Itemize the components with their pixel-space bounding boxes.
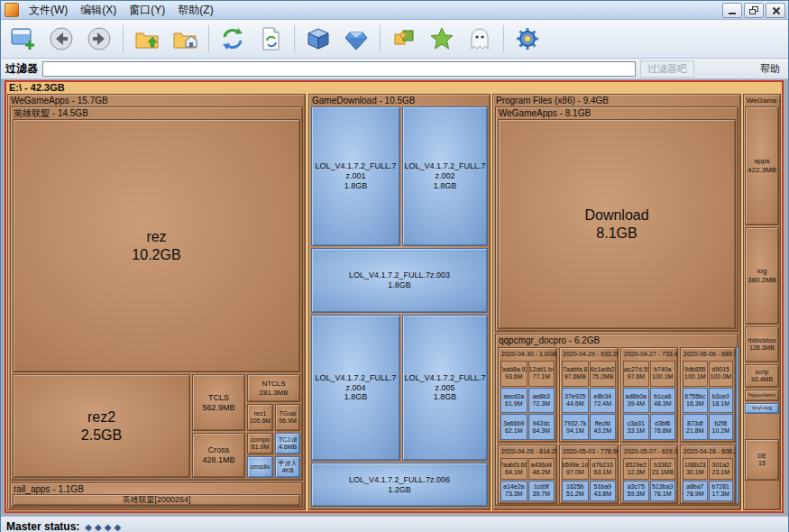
menu-help[interactable]: 帮助(Z) — [171, 2, 219, 19]
treemap-cell[interactable]: a14e2a73.3M — [500, 481, 528, 502]
treemap-cell[interactable]: aac27d.5597.6M — [623, 361, 649, 387]
block-scrip[interactable]: scrip93.4MB — [745, 364, 779, 388]
treemap-cell[interactable]: b728117.3M — [709, 481, 734, 502]
treemap-cell[interactable]: ffecfd43.2M — [590, 414, 617, 440]
block-compo[interactable]: compo61.9M — [247, 433, 273, 454]
treemap-cell[interactable]: aecd2a61.9M — [500, 388, 528, 414]
filter-help-link[interactable]: 帮助 — [760, 62, 780, 76]
star-button[interactable] — [424, 22, 460, 56]
treemap-cell[interactable]: ad8b0a39.4M — [623, 388, 649, 414]
treemap-cell[interactable]: 9db855100.1M — [683, 361, 708, 387]
block-2020-04-29[interactable]: 2020-04-29 - 933.2MB7aabfa.897.6MB6c1adb… — [559, 347, 619, 443]
block-lol-7z-005[interactable]: LOL_V4.1.7.2_FULL.7z.0051.8GB — [402, 315, 488, 461]
treemap-cell[interactable]: d3bf676.8M — [650, 414, 676, 440]
app-window: 文件(W) 编辑(X) 窗口(Y) 帮助(Z) — [0, 0, 789, 532]
block-2020-04-30[interactable]: 2020-04-30 - 1.0GB7aab8a.9293.6Mf12dd1.b… — [498, 347, 557, 443]
treemap-cell[interactable]: d7b21063.1M — [590, 458, 617, 480]
menu-edit[interactable]: 编辑(X) — [74, 2, 123, 19]
treemap-cell[interactable]: 6755bc16.3M — [683, 388, 708, 414]
block-tcls[interactable]: TCLS562.9MB — [192, 374, 245, 431]
block-2020-05-03[interactable]: 2020-05-03 - 778.9MBb599e.1d97.0Md7b2106… — [559, 445, 619, 504]
forward-button[interactable] — [81, 22, 117, 56]
block-de[interactable]: DE15 — [745, 439, 779, 481]
rescan-document-button[interactable] — [252, 22, 289, 56]
treemap-cell[interactable]: e8b3472.4M — [590, 388, 617, 414]
menu-file[interactable]: 文件(W) — [23, 2, 74, 19]
treemap-cell[interactable]: 3a66b962.1M — [500, 414, 528, 440]
treemap-cell[interactable]: 168b2330.1M — [683, 458, 708, 480]
treemap-cell[interactable]: 7aab8a.9293.6M — [500, 361, 528, 387]
treemap-cell[interactable]: 7aabf3.6664.1M — [500, 458, 528, 480]
block-cross[interactable]: Cross428.1MB — [192, 433, 245, 478]
gem-view-button[interactable] — [338, 22, 374, 56]
home-button[interactable] — [167, 22, 203, 56]
block-2020-04-26[interactable]: 2020-04-26 - 814.2MB7aabf3.6664.1Ma436d4… — [498, 445, 557, 504]
treemap-cell[interactable]: 942dc64.3M — [528, 414, 555, 440]
block-label: TCJ.dl4.6MB — [277, 435, 298, 453]
block-shouyouren[interactable]: 手游人4KB — [275, 456, 300, 478]
restore-button[interactable] — [744, 3, 764, 18]
block-tguai[interactable]: TGuai96.9M — [275, 404, 300, 431]
block-log[interactable]: log380.2MB — [745, 227, 779, 325]
refresh-button[interactable] — [215, 22, 251, 56]
cube-view-button[interactable] — [300, 22, 336, 56]
block-label: LOL_V4.1.7.2_FULL.7z.0051.8GB — [404, 316, 486, 459]
treemap-cell[interactable]: 1cd9f39.7M — [528, 481, 555, 502]
block-rtxblckbox[interactable]: rtxblckbox128.3MB — [745, 326, 779, 362]
treemap-cell[interactable]: 6c1adb275.2MB — [590, 361, 617, 387]
treemap-cell[interactable]: b3ce018.1M — [709, 388, 734, 414]
treemap-cell[interactable]: 37e92544.6M — [562, 388, 589, 414]
block-cmsdiv[interactable]: cmsdiv — [247, 456, 273, 478]
treemap-cell[interactable]: 301a223.1M — [709, 458, 734, 480]
treemap-cell[interactable]: b599e.1d97.0M — [562, 458, 589, 480]
treemap-cell[interactable]: c3a3133.1M — [623, 414, 649, 440]
block-lol-2000264[interactable]: 英雄联盟[2000264] — [13, 494, 300, 506]
treemap-cell[interactable]: d9015100.0M — [709, 361, 734, 387]
back-button[interactable] — [43, 22, 79, 56]
treemap-cell[interactable]: 7932.7k94.1M — [562, 414, 589, 440]
block-2020-05-06[interactable]: 2020-05-06 - 689.5MB9db855100.1Md9015100… — [680, 347, 736, 443]
block-lol-7z-001[interactable]: LOL_V4.1.7.2_FULL.7z.0011.8GB — [311, 106, 400, 246]
treemap-cell[interactable]: a3c7559.3M — [623, 481, 649, 502]
minimize-button[interactable] — [722, 3, 742, 18]
block-rez[interactable]: rez10.2GB — [13, 119, 300, 372]
block-lol-7z-004[interactable]: LOL_V4.1.7.2_FULL.7z.0041.8GB — [311, 315, 400, 461]
treemap-cell[interactable]: b1ca648.3M — [650, 388, 676, 414]
configure-button[interactable] — [509, 22, 546, 56]
block-2020-04-27[interactable]: 2020-04-27 - 733.4MBaac27d.5597.6Mb740a1… — [620, 347, 678, 443]
block-lol-7z-002[interactable]: LOL_V4.1.7.2_FULL.7z.0021.8GB — [402, 106, 488, 246]
block-rez2[interactable]: rez22.5GB — [13, 374, 190, 478]
block-tcj-dll[interactable]: TCJ.dl4.6MB — [275, 433, 300, 454]
block-lol-7z-006[interactable]: LOL_V4.1.7.2_FULL.7z.0061.2GB — [311, 463, 488, 507]
treemap-cell[interactable]: 8529e212.3M — [623, 458, 649, 480]
treemap-cell[interactable]: 51ba943.8M — [590, 481, 617, 502]
filter-input[interactable] — [42, 61, 636, 77]
treemap-cell[interactable]: 513ba376.1M — [650, 481, 676, 502]
block-2020-05-07[interactable]: 2020-05-07 - 619.3MB8529e212.3Mb336223.1… — [620, 445, 678, 504]
block-download[interactable]: Download8.1GB — [498, 119, 736, 329]
block-2020-04-28[interactable]: 2020-04-28 - 608.2MB168b2330.1M301a223.1… — [680, 445, 736, 504]
folder-up-button[interactable] — [129, 22, 165, 56]
treemap-cell[interactable]: b336223.1MB — [650, 458, 676, 480]
treemap-cell[interactable]: 1625b51.2M — [562, 481, 589, 502]
treemap-cell[interactable]: b740a100.1M — [650, 361, 676, 387]
block-rez1[interactable]: rez1105.6M — [247, 404, 273, 431]
block-apps[interactable]: apps422.3MB — [745, 106, 779, 225]
treemap-cell[interactable]: a436d446.2M — [528, 458, 555, 480]
close-button[interactable] — [766, 3, 785, 18]
block-sliver[interactable] — [736, 347, 739, 504]
tag-filter-button[interactable] — [386, 22, 422, 56]
block-tinyl-svg[interactable]: tinyl.svg — [745, 403, 779, 414]
treemap-cell[interactable]: ae8b372.3M — [528, 388, 555, 414]
treemap-cell[interactable]: a8ba778.9M — [683, 481, 708, 502]
treemap-cell[interactable]: b2f810.2M — [709, 414, 734, 440]
new-scan-button[interactable] — [5, 22, 41, 56]
menu-window[interactable]: 窗口(Y) — [123, 2, 171, 19]
treemap-cell[interactable]: 7aabfa.897.6MB — [562, 361, 589, 387]
block-hipporiterm[interactable]: hipporiterm — [745, 390, 779, 401]
treemap-cell[interactable]: 873df21.8M — [683, 414, 708, 440]
block-ntcls[interactable]: NTCLS281.3MB — [247, 374, 300, 402]
treemap-cell[interactable]: f12dd1.b477.1M — [528, 361, 555, 387]
ghost-button[interactable] — [462, 22, 498, 56]
block-lol-7z-003[interactable]: LOL_V4.1.7.2_FULL.7z.0031.8GB — [311, 248, 488, 313]
